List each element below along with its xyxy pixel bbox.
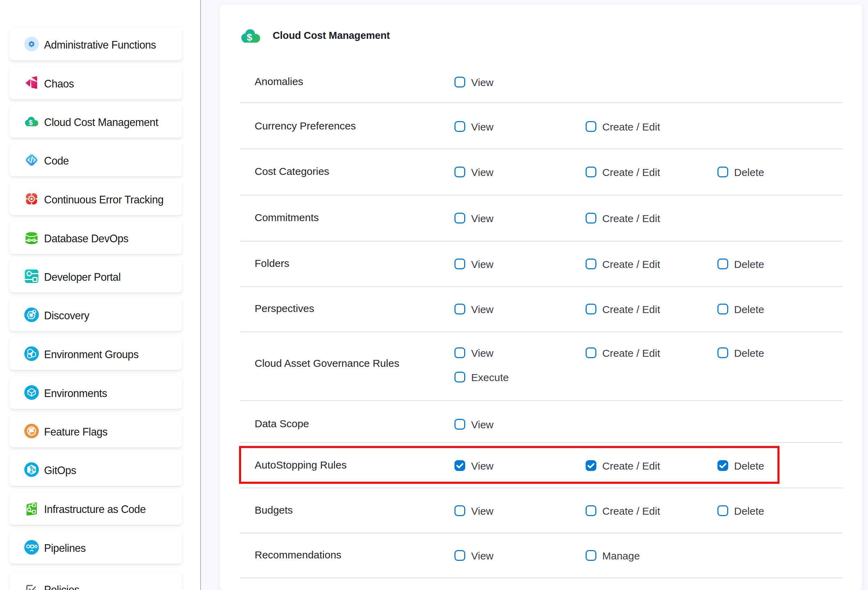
svg-text:$: $: [29, 119, 32, 126]
svg-text:$: $: [247, 32, 252, 43]
